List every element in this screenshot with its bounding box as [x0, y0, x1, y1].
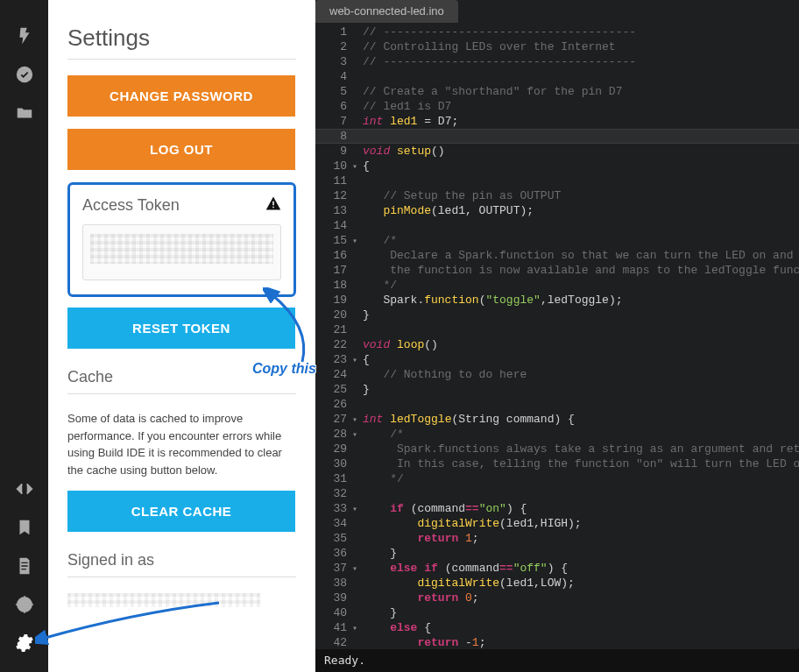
- fold-icon[interactable]: ▾: [352, 353, 357, 368]
- reset-token-button[interactable]: RESET TOKEN: [67, 308, 295, 349]
- code-text: /*: [356, 427, 404, 442]
- code-line[interactable]: 9void setup(): [315, 144, 799, 159]
- code-line[interactable]: 31 */: [315, 471, 799, 486]
- code-line[interactable]: 39 return 0;: [315, 591, 799, 605]
- code-line[interactable]: 8: [315, 129, 799, 144]
- file-tab[interactable]: web-connected-led.ino: [315, 0, 458, 23]
- code-icon[interactable]: [15, 479, 34, 502]
- divider: [67, 577, 296, 577]
- clear-cache-button[interactable]: CLEAR CACHE: [67, 491, 295, 532]
- line-number: 24: [315, 367, 356, 382]
- code-line[interactable]: 11: [315, 173, 799, 188]
- code-line[interactable]: 16 Declare a Spark.function so that we c…: [315, 248, 799, 263]
- code-text: else {: [356, 620, 431, 635]
- folder-icon[interactable]: [15, 103, 34, 126]
- code-line[interactable]: 1// ------------------------------------…: [315, 25, 799, 39]
- code-text: // Create a "shorthand" for the pin D7: [356, 84, 622, 99]
- target-icon[interactable]: [15, 595, 34, 618]
- code-line[interactable]: 19 Spark.function("toggle",ledToggle);: [315, 293, 799, 308]
- code-line[interactable]: 20}: [315, 308, 799, 322]
- code-text: [356, 173, 363, 188]
- fold-icon[interactable]: ▾: [352, 159, 357, 174]
- code-line[interactable]: 23▾{: [315, 352, 799, 367]
- doc-icon[interactable]: [15, 556, 34, 579]
- code-line[interactable]: 40 }: [315, 605, 799, 620]
- line-number: 21: [315, 322, 356, 337]
- code-line[interactable]: 35 return 1;: [315, 531, 799, 546]
- code-text: Spark.functions always take a string as …: [356, 442, 799, 456]
- code-text: // -------------------------------------: [356, 25, 636, 39]
- code-line[interactable]: 15▾ /*: [315, 233, 799, 248]
- code-line[interactable]: 10▾{: [315, 159, 799, 173]
- code-line[interactable]: 25}: [315, 382, 799, 397]
- code-line[interactable]: 22void loop(): [315, 337, 799, 352]
- change-password-button[interactable]: CHANGE PASSWORD: [67, 75, 295, 117]
- line-number: 34: [315, 516, 356, 531]
- line-number: 20: [315, 308, 356, 322]
- line-number: 32: [315, 486, 356, 501]
- fold-icon[interactable]: ▾: [352, 621, 357, 636]
- line-number: 18: [315, 278, 356, 293]
- code-line[interactable]: 5// Create a "shorthand" for the pin D7: [315, 84, 799, 99]
- verify-icon[interactable]: [15, 65, 34, 88]
- code-line[interactable]: 34 digitalWrite(led1,HIGH);: [315, 516, 799, 531]
- code-line[interactable]: 18 */: [315, 278, 799, 293]
- code-line[interactable]: 27▾int ledToggle(String command) {: [315, 412, 799, 427]
- access-token-value[interactable]: [82, 224, 281, 280]
- cache-heading: Cache: [67, 368, 296, 386]
- code-line[interactable]: 30 In this case, telling the function "o…: [315, 456, 799, 471]
- line-number: 23▾: [315, 352, 356, 367]
- code-line[interactable]: 41▾ else {: [315, 620, 799, 635]
- code-text: return -1;: [356, 635, 485, 649]
- code-line[interactable]: 2// Controlling LEDs over the Internet: [315, 39, 799, 54]
- code-line[interactable]: 42 return -1;: [315, 635, 799, 649]
- code-line[interactable]: 12 // Setup the pin as OUTPUT: [315, 188, 799, 203]
- code-line[interactable]: 28▾ /*: [315, 427, 799, 442]
- flash-icon[interactable]: [15, 26, 34, 49]
- line-number: 41▾: [315, 620, 356, 635]
- code-text: // led1 is D7: [356, 99, 451, 114]
- code-area[interactable]: 1// ------------------------------------…: [315, 23, 799, 649]
- code-text: /*: [356, 233, 397, 248]
- fold-icon[interactable]: ▾: [352, 428, 357, 442]
- code-line[interactable]: 4: [315, 69, 799, 84]
- code-text: }: [356, 546, 397, 561]
- code-line[interactable]: 17 the function is now available and map…: [315, 263, 799, 278]
- access-token-heading: Access Token: [82, 196, 180, 215]
- left-rail: [0, 0, 48, 672]
- line-number: 37▾: [315, 561, 356, 576]
- fold-icon[interactable]: ▾: [352, 413, 357, 428]
- fold-icon[interactable]: ▾: [352, 562, 357, 577]
- fold-icon[interactable]: ▾: [352, 234, 357, 249]
- line-number: 9: [315, 144, 356, 159]
- code-line[interactable]: 14: [315, 218, 799, 233]
- code-line[interactable]: 6// led1 is D7: [315, 99, 799, 114]
- code-text: {: [356, 159, 370, 173]
- line-number: 30: [315, 456, 356, 471]
- code-line[interactable]: 3// ------------------------------------…: [315, 54, 799, 69]
- line-number: 29: [315, 442, 356, 456]
- line-number: 25: [315, 382, 356, 397]
- code-line[interactable]: 29 Spark.functions always take a string …: [315, 442, 799, 456]
- code-line[interactable]: 26: [315, 397, 799, 412]
- code-line[interactable]: 37▾ else if (command=="off") {: [315, 561, 799, 576]
- code-text: digitalWrite(led1,LOW);: [356, 576, 575, 591]
- code-editor: web-connected-led.ino 1// --------------…: [315, 0, 799, 672]
- code-text: // -------------------------------------: [356, 54, 636, 69]
- bookmark-icon[interactable]: [15, 518, 34, 541]
- code-line[interactable]: 24 // Nothing to do here: [315, 367, 799, 382]
- line-number: 7: [315, 114, 356, 129]
- code-line[interactable]: 7int led1 = D7;: [315, 114, 799, 129]
- line-number: 31: [315, 471, 356, 486]
- fold-icon[interactable]: ▾: [352, 502, 357, 517]
- line-number: 6: [315, 99, 356, 114]
- code-text: */: [356, 278, 397, 293]
- code-line[interactable]: 36 }: [315, 546, 799, 561]
- code-line[interactable]: 38 digitalWrite(led1,LOW);: [315, 576, 799, 591]
- code-line[interactable]: 13 pinMode(led1, OUTPUT);: [315, 203, 799, 218]
- code-line[interactable]: 32: [315, 486, 799, 501]
- code-line[interactable]: 21: [315, 322, 799, 337]
- logout-button[interactable]: LOG OUT: [67, 129, 295, 170]
- code-line[interactable]: 33▾ if (command=="on") {: [315, 501, 799, 516]
- settings-icon[interactable]: [15, 633, 34, 656]
